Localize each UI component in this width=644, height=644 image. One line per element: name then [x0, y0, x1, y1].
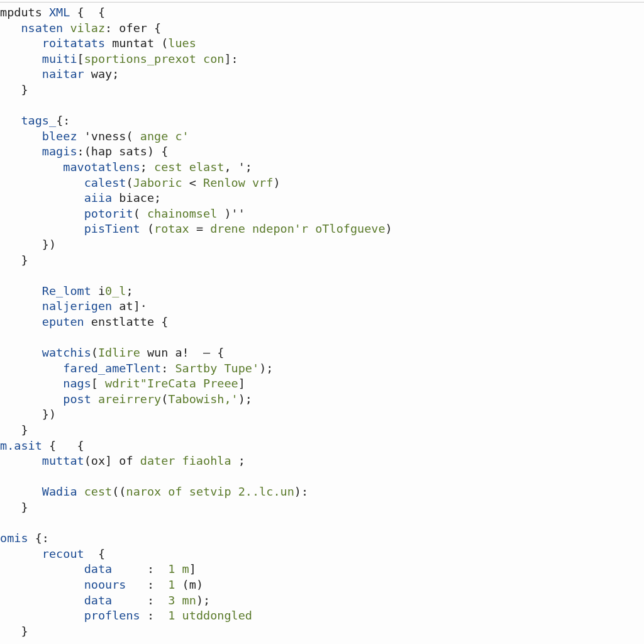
token-pl: }): [42, 238, 56, 251]
code-line: }: [0, 501, 28, 514]
token-pl: ]: [189, 562, 196, 575]
code-line: calest(Jaboric < Renlow vrf): [0, 176, 280, 189]
code-line: noours : 1 (m): [0, 578, 203, 591]
token-pl: muntat: [112, 36, 161, 50]
token-pl: wun a! — {: [147, 346, 225, 359]
code-line: data : 3 mn);: [0, 594, 210, 607]
code-line: m.asit { {: [0, 439, 84, 452]
code-line: muiti[sportions_prexot con]:: [0, 52, 238, 65]
code-line: }: [0, 423, 28, 436]
token-pl: (: [126, 176, 133, 189]
token-pl: , ';: [224, 160, 252, 174]
token-kw: roitatats: [42, 36, 112, 50]
token-pl: (m): [182, 578, 203, 591]
token-pl: [: [77, 52, 84, 65]
token-kw: naljerigen: [42, 299, 119, 313]
token-kw: omis: [0, 531, 35, 545]
token-fn: rotax: [154, 222, 196, 235]
code-line: proflens : 1 utddongled: [0, 609, 252, 622]
token-pl: }: [21, 423, 28, 436]
token-pl: }: [21, 253, 28, 267]
code-line: pisTient (rotax = drene ndepon'r oTlofgu…: [0, 222, 392, 235]
token-kw: naitar: [42, 67, 91, 80]
code-line: }): [0, 408, 56, 421]
code-line: watchis(Idlire wun a! — {: [0, 346, 224, 359]
token-pl: ):: [294, 485, 308, 498]
token-kw: fared_ameTlent: [63, 362, 161, 375]
token-pl: :: [147, 578, 168, 591]
code-line: potorit( chainomsel )'': [0, 207, 245, 220]
token-pl: )'': [217, 207, 245, 220]
token-pl: ]:: [224, 52, 238, 65]
token-fn: cest: [84, 485, 113, 498]
code-line: }: [0, 253, 28, 267]
token-kw: Wadia: [42, 485, 84, 498]
token-pl: (ox] of: [84, 454, 140, 467]
code-line: }: [0, 625, 28, 638]
code-line: aiia biace;: [0, 191, 161, 204]
token-fn: 1: [168, 578, 182, 591]
token-kw: watchis: [42, 346, 91, 359]
token-fn: Idlire: [98, 346, 147, 359]
token-pl: enstlatte {: [91, 315, 169, 328]
token-kw: potorit: [84, 207, 133, 220]
token-pl: :: [147, 562, 168, 575]
token-fn: areirrery: [98, 392, 161, 406]
token-kw: bleez: [42, 130, 84, 143]
token-kw: tags_: [21, 114, 56, 127]
token-pl: <: [189, 176, 203, 189]
code-line: omis {:: [0, 531, 49, 545]
token-fn: 3 mn: [168, 594, 196, 607]
token-pl: ): [273, 176, 280, 189]
token-pl: :: [161, 362, 175, 375]
token-kw: recout: [42, 547, 98, 560]
code-line: Re_lomt i0_l;: [0, 284, 133, 297]
token-fn: vilaz: [70, 21, 105, 35]
token-pl: at]·: [119, 299, 147, 313]
token-fn: drene ndepon'r oTlofgueve: [210, 222, 385, 235]
token-kw: proflens: [84, 609, 147, 622]
token-pl: (: [161, 36, 168, 50]
token-kw: muiti: [42, 52, 77, 65]
code-line: Wadia cest((narox of setvip 2..lc.un):: [0, 485, 308, 498]
code-line: mpduts XML { {: [0, 6, 105, 19]
token-pl: (: [133, 207, 147, 220]
token-pl: {: [98, 547, 105, 560]
token-pl: ((: [112, 485, 126, 498]
token-fn: cest elast: [154, 160, 224, 174]
token-pl: {:: [56, 114, 70, 127]
token-fn: wdrit"IreCata Preee: [105, 377, 238, 390]
code-editor[interactable]: mpduts XML { { nsaten vilaz: ofer { roit…: [0, 3, 644, 639]
token-pl: :(hap sats) {: [77, 145, 169, 158]
code-line: }: [0, 83, 28, 96]
token-kw: data: [84, 562, 147, 575]
token-pl: );: [196, 594, 210, 607]
token-kw: XML: [49, 6, 77, 19]
token-kw: muttat: [42, 454, 84, 467]
token-kw: noours: [84, 578, 147, 591]
token-pl: ;: [140, 160, 154, 174]
token-pl: : ofer {: [105, 21, 161, 35]
code-line: post areirrery(Tabowish,');: [0, 392, 252, 406]
token-fn: lues: [168, 36, 196, 50]
token-pl: ;: [231, 454, 245, 467]
token-fn: narox of setvip 2..lc.un: [126, 485, 294, 498]
token-pl: }: [21, 501, 28, 514]
code-line: muttat(ox] of dater fiaohla ;: [0, 454, 245, 467]
token-fn: 1 m: [168, 562, 189, 575]
token-kw: mavotatlens: [63, 160, 140, 174]
token-pl: :: [147, 609, 168, 622]
code-line: nags[ wdrit"IreCata Preee]: [0, 377, 245, 390]
token-pl: biace;: [119, 191, 161, 204]
token-pl: (: [161, 392, 168, 406]
code-line: bleez 'vness( ange c': [0, 130, 189, 143]
token-fn: Sartby Tupe': [175, 362, 259, 375]
token-pl: );: [238, 392, 252, 406]
token-fn: dater fiaohla: [140, 454, 231, 467]
code-line: }): [0, 238, 56, 251]
token-kw: data: [84, 594, 147, 607]
token-kw: aiia: [84, 191, 119, 204]
token-pl: ;: [126, 284, 133, 297]
token-pl: );: [259, 362, 273, 375]
token-pl: }: [21, 83, 28, 96]
